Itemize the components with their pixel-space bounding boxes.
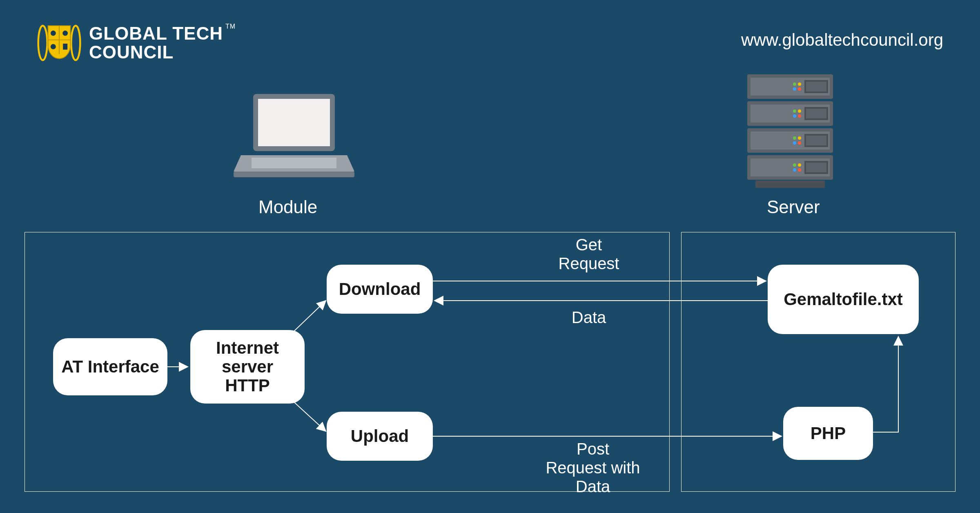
svg-point-43 (793, 168, 796, 172)
svg-point-25 (793, 109, 796, 113)
node-gemalto: Gemaltofile.txt (768, 265, 919, 334)
svg-point-36 (798, 141, 801, 145)
brand-name: GLOBAL TECHTM COUNCIL (89, 24, 223, 62)
svg-point-4 (51, 31, 56, 36)
node-php: PHP (783, 407, 873, 460)
laptop-icon (233, 90, 355, 180)
svg-point-6 (51, 44, 56, 49)
svg-point-28 (798, 114, 801, 118)
svg-point-1 (71, 26, 80, 60)
module-label: Module (258, 197, 317, 217)
svg-point-26 (798, 109, 801, 113)
svg-point-20 (798, 87, 801, 91)
svg-point-27 (793, 114, 796, 118)
brand-logo: GLOBAL TECHTM COUNCIL (37, 20, 223, 65)
site-url: www.globaltechcouncil.org (741, 30, 943, 50)
svg-point-5 (62, 31, 68, 36)
label-data: Data (556, 308, 621, 327)
svg-rect-24 (806, 109, 826, 118)
node-download: Download (327, 265, 433, 314)
diagram: AT Interface Internet server HTTP Downlo… (24, 232, 956, 492)
svg-point-34 (798, 136, 801, 140)
svg-rect-11 (252, 158, 336, 168)
svg-rect-40 (806, 163, 826, 172)
svg-point-35 (793, 141, 796, 145)
brand-tm: TM (225, 23, 236, 30)
svg-point-42 (798, 163, 801, 167)
svg-point-19 (793, 87, 796, 91)
node-at-interface: AT Interface (53, 338, 167, 395)
svg-rect-7 (63, 44, 67, 50)
svg-point-33 (793, 136, 796, 140)
svg-point-44 (798, 168, 801, 172)
svg-rect-32 (806, 136, 826, 145)
svg-point-0 (38, 26, 47, 60)
svg-point-18 (798, 83, 801, 86)
brand-line1: GLOBAL TECH (89, 23, 223, 43)
server-rack-icon (743, 74, 837, 189)
brand-line2: COUNCIL (89, 42, 174, 62)
logo-shield-icon (37, 20, 82, 65)
label-post-request: Post Request with Data (544, 439, 642, 496)
svg-rect-16 (806, 82, 826, 91)
label-get-request: Get Request (544, 235, 634, 273)
server-label: Server (767, 197, 820, 217)
svg-point-17 (793, 83, 796, 86)
svg-rect-10 (234, 172, 354, 177)
node-upload: Upload (327, 412, 433, 461)
svg-rect-12 (755, 181, 825, 188)
svg-point-41 (793, 163, 796, 167)
header: GLOBAL TECHTM COUNCIL www.globaltechcoun… (0, 0, 980, 65)
node-http: Internet server HTTP (190, 330, 305, 404)
svg-rect-9 (258, 99, 330, 146)
